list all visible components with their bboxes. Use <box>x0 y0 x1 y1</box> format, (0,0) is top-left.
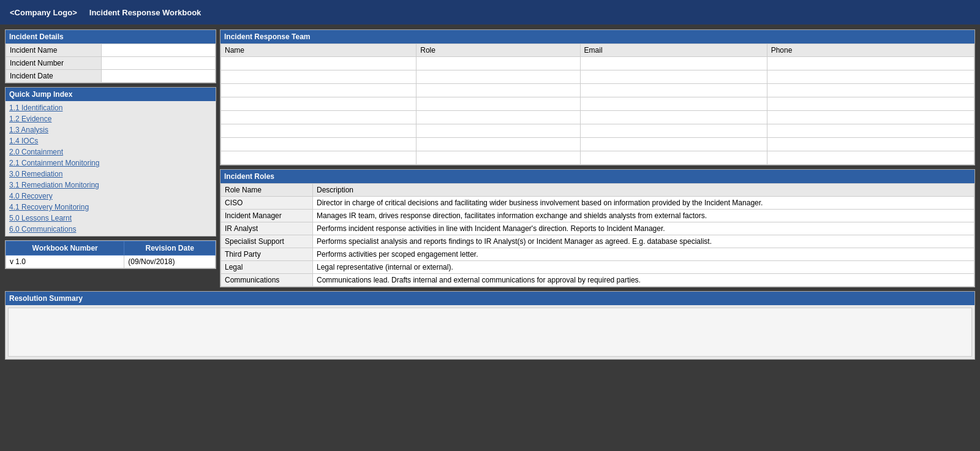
resolution-summary-panel: Resolution Summary <box>5 291 975 360</box>
incident-field-value[interactable] <box>102 57 216 70</box>
quick-jump-link[interactable]: 3.1 Remediation Monitoring <box>6 180 216 191</box>
quick-jump-link[interactable]: 4.0 Recovery <box>6 191 216 202</box>
role-description: Performs incident response activities in… <box>313 222 974 235</box>
quick-jump-link[interactable]: 1.2 Evidence <box>6 113 216 124</box>
quick-jump-link[interactable]: 2.0 Containment <box>6 146 216 157</box>
role-description: Director in charge of critical decisions… <box>313 197 974 210</box>
irt-cell[interactable] <box>767 97 974 111</box>
irt-cell[interactable] <box>221 124 417 138</box>
irt-cell[interactable] <box>221 70 417 84</box>
role-name: IR Analyst <box>221 222 313 235</box>
role-name: Specialist Support <box>221 235 313 248</box>
workbook-info-table: Workbook Number Revision Date v 1.0 (09/… <box>6 241 216 268</box>
roles-column-header: Description <box>313 184 974 197</box>
incident-details-row: Incident Number <box>6 57 216 70</box>
role-description: Communications lead. Drafts internal and… <box>313 274 974 287</box>
irt-column-header: Name <box>221 44 417 57</box>
workbook-info-panel: Workbook Number Revision Date v 1.0 (09/… <box>5 240 216 269</box>
incident-field-label: Incident Number <box>6 57 102 70</box>
irt-cell[interactable] <box>417 138 580 151</box>
incident-field-label: Incident Name <box>6 44 102 57</box>
role-description: Performs activities per scoped engagemen… <box>313 248 974 261</box>
roles-row: Incident ManagerManages IR team, drives … <box>221 210 974 222</box>
resolution-summary-body[interactable] <box>8 308 972 357</box>
irt-cell[interactable] <box>417 151 580 165</box>
irt-cell[interactable] <box>417 84 580 97</box>
incident-field-value[interactable] <box>102 70 216 83</box>
irt-cell[interactable] <box>767 151 974 165</box>
roles-panel: Incident Roles Role NameDescription CISO… <box>220 169 975 287</box>
irt-cell[interactable] <box>221 138 417 151</box>
top-bar: <Company Logo> Incident Response Workboo… <box>0 0 980 25</box>
workbook-title: Incident Response Workbook <box>89 8 202 17</box>
irt-cell[interactable] <box>221 111 417 124</box>
irt-cell[interactable] <box>221 97 417 111</box>
incident-field-value[interactable] <box>102 44 216 57</box>
role-name: Third Party <box>221 248 313 261</box>
quick-jump-link[interactable]: 6.0 Communications <box>6 224 216 235</box>
irt-cell[interactable] <box>417 57 580 70</box>
workbook-number-value: v 1.0 <box>6 256 124 268</box>
role-name: Legal <box>221 261 313 274</box>
irt-cell[interactable] <box>580 57 767 70</box>
revision-date-value: (09/Nov/2018) <box>124 256 216 268</box>
quick-jump-link[interactable]: 1.1 Identification <box>6 102 216 113</box>
irt-row <box>221 57 974 70</box>
resolution-summary-header: Resolution Summary <box>6 292 974 305</box>
irt-column-header: Role <box>417 44 580 57</box>
irt-cell[interactable] <box>417 70 580 84</box>
incident-field-label: Incident Date <box>6 70 102 83</box>
incident-details-header: Incident Details <box>6 30 216 44</box>
irt-cell[interactable] <box>221 84 417 97</box>
quick-jump-link[interactable]: 1.4 IOCs <box>6 135 216 146</box>
company-logo: <Company Logo> <box>10 8 77 17</box>
irt-cell[interactable] <box>767 111 974 124</box>
irt-cell[interactable] <box>417 97 580 111</box>
irt-cell[interactable] <box>580 124 767 138</box>
quick-jump-panel: Quick Jump Index 1.1 Identification1.2 E… <box>5 87 216 237</box>
irt-cell[interactable] <box>580 151 767 165</box>
incident-details-table: Incident NameIncident NumberIncident Dat… <box>6 44 216 83</box>
irt-row <box>221 70 974 84</box>
irt-cell[interactable] <box>580 84 767 97</box>
irt-cell[interactable] <box>767 57 974 70</box>
irt-cell[interactable] <box>767 138 974 151</box>
roles-row: CommunicationsCommunications lead. Draft… <box>221 274 974 287</box>
irt-row <box>221 151 974 165</box>
irt-header: Incident Response Team <box>221 30 974 44</box>
irt-cell[interactable] <box>767 124 974 138</box>
irt-row <box>221 97 974 111</box>
irt-row <box>221 84 974 97</box>
irt-cell[interactable] <box>580 97 767 111</box>
right-panel: Incident Response Team NameRoleEmailPhon… <box>220 29 975 287</box>
roles-table: Role NameDescription CISODirector in cha… <box>221 183 974 287</box>
roles-row: Specialist SupportPerforms specialist an… <box>221 235 974 248</box>
irt-cell[interactable] <box>767 70 974 84</box>
roles-row: LegalLegal representative (internal or e… <box>221 261 974 274</box>
irt-row <box>221 124 974 138</box>
irt-cell[interactable] <box>580 111 767 124</box>
irt-cell[interactable] <box>221 151 417 165</box>
irt-row <box>221 138 974 151</box>
irt-cell[interactable] <box>221 57 417 70</box>
incident-details-row: Incident Name <box>6 44 216 57</box>
quick-jump-link[interactable]: 2.1 Containment Monitoring <box>6 157 216 169</box>
role-name: Incident Manager <box>221 210 313 222</box>
roles-row: Third PartyPerforms activities per scope… <box>221 248 974 261</box>
quick-jump-link[interactable]: 5.0 Lessons Learnt <box>6 213 216 224</box>
quick-jump-link[interactable]: 1.3 Analysis <box>6 124 216 135</box>
top-section: Incident Details Incident NameIncident N… <box>5 29 975 287</box>
irt-cell[interactable] <box>580 70 767 84</box>
main-content: Incident Details Incident NameIncident N… <box>0 25 980 365</box>
quick-jump-link[interactable]: 4.1 Recovery Monitoring <box>6 202 216 213</box>
irt-cell[interactable] <box>767 84 974 97</box>
irt-row <box>221 111 974 124</box>
left-panel: Incident Details Incident NameIncident N… <box>5 29 216 287</box>
incident-details-panel: Incident Details Incident NameIncident N… <box>5 29 216 83</box>
irt-cell[interactable] <box>417 111 580 124</box>
revision-date-header: Revision Date <box>124 241 216 256</box>
irt-table: NameRoleEmailPhone <box>221 44 974 165</box>
quick-jump-link[interactable]: 3.0 Remediation <box>6 169 216 180</box>
irt-cell[interactable] <box>417 124 580 138</box>
irt-cell[interactable] <box>580 138 767 151</box>
